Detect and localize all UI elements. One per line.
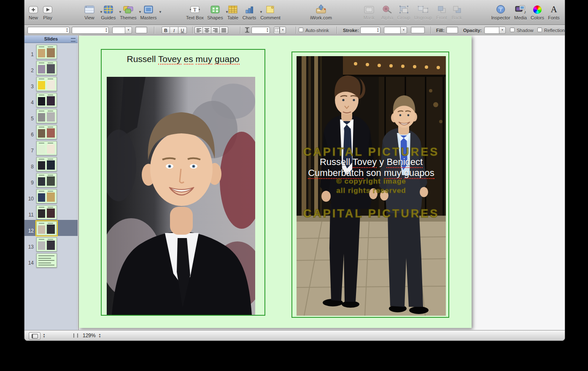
slide-row-1[interactable]: 1 bbox=[24, 43, 78, 60]
slides-sidebar: Slides 1234567891011121314 bbox=[24, 35, 78, 331]
slide-thumbnail-5[interactable] bbox=[36, 109, 57, 123]
stroke-style-dropdown[interactable]: ▼ bbox=[400, 27, 407, 34]
slide-row-2[interactable]: 2 bbox=[24, 60, 78, 76]
align-left-button[interactable] bbox=[194, 27, 203, 34]
font-size-field[interactable] bbox=[112, 27, 125, 34]
russell-tovey-photo[interactable] bbox=[107, 77, 255, 315]
slides-panel-title: Slides bbox=[44, 36, 58, 41]
underline-button[interactable]: U bbox=[178, 27, 187, 34]
navigator-view-button[interactable] bbox=[29, 332, 40, 340]
slide-row-14[interactable]: 14 bbox=[24, 252, 78, 268]
columns-field[interactable] bbox=[274, 27, 280, 34]
toolbar-masters-button[interactable]: ▼Masters bbox=[132, 3, 165, 20]
slide-thumbnail-4[interactable] bbox=[36, 93, 57, 107]
align-right-button[interactable] bbox=[211, 27, 220, 34]
zoom-stepper[interactable]: ▲▼ bbox=[97, 332, 102, 339]
cumberbatch-tovey-photo[interactable]: CAPITAL PICTURES Russell Tovey y Benidec… bbox=[297, 56, 446, 316]
stroke-style-field[interactable] bbox=[384, 27, 401, 34]
photo-caption-text[interactable]: Russell Tovey y Benidect Cumberbatch son… bbox=[297, 157, 446, 179]
bold-button[interactable]: B bbox=[162, 27, 170, 34]
italic-button[interactable]: I bbox=[170, 27, 178, 34]
slide-row-9[interactable]: 9 bbox=[24, 172, 78, 188]
slide-thumbnail-6[interactable] bbox=[36, 125, 57, 139]
slide-number: 9 bbox=[24, 180, 34, 186]
slide-thumbnail-3[interactable] bbox=[36, 77, 57, 91]
slides-panel-header: Slides bbox=[24, 35, 78, 43]
slide-thumbnail-1[interactable] bbox=[36, 45, 57, 59]
thumbnail-size-stepper[interactable]: ▲▼ bbox=[41, 332, 47, 339]
slide-number: 7 bbox=[24, 148, 34, 154]
columns-dropdown[interactable]: ▼ bbox=[280, 27, 286, 34]
dropdown-arrow-icon[interactable]: ▼ bbox=[159, 11, 162, 14]
pane-splitter-grip-icon[interactable] bbox=[73, 333, 78, 338]
text-color-well[interactable] bbox=[135, 27, 147, 33]
status-bar: ▲▼ 129% ▲▼ bbox=[24, 330, 565, 341]
slide-thumbnail-14[interactable] bbox=[36, 253, 57, 268]
slide-row-13[interactable]: 13 bbox=[24, 236, 78, 252]
opacity-field[interactable] bbox=[484, 27, 499, 34]
slide-number: 5 bbox=[24, 116, 34, 122]
slide-row-5[interactable]: 5 bbox=[24, 108, 78, 124]
reflection-label: Reflection bbox=[544, 28, 565, 33]
left-picture-box[interactable]: Russell Tovey es muy guapo bbox=[101, 49, 265, 316]
slide-number: 8 bbox=[24, 164, 34, 170]
stepper-icon[interactable]: ▲▼ bbox=[105, 27, 108, 32]
toolbar-comment-button[interactable]: Comment bbox=[254, 3, 287, 20]
current-slide[interactable]: Russell Tovey es muy guapo bbox=[79, 36, 472, 328]
main-toolbar: NewPlay▼View▼Guides▼Themes▼MastersTText … bbox=[24, 0, 565, 25]
word: Russell bbox=[320, 157, 350, 167]
slide-row-7[interactable]: 7 bbox=[24, 140, 78, 156]
slide-row-12[interactable]: 12 bbox=[24, 220, 78, 236]
font-size-dropdown[interactable]: ▼ bbox=[125, 27, 132, 34]
stroke-color-well[interactable] bbox=[411, 27, 425, 33]
stepper-icon[interactable]: ▲▼ bbox=[66, 27, 68, 32]
send-back-icon bbox=[440, 3, 474, 14]
font-family-combo[interactable]: ▲▼ bbox=[27, 27, 70, 34]
slide-title-text[interactable]: Russell Tovey es muy guapo bbox=[102, 54, 264, 64]
slide-thumbnail-11[interactable] bbox=[36, 205, 57, 219]
auto-shrink-checkbox[interactable] bbox=[299, 27, 303, 32]
slide-row-6[interactable]: 6 bbox=[24, 124, 78, 140]
slide-thumbnail-13[interactable] bbox=[36, 237, 57, 252]
word: Benidect bbox=[386, 157, 423, 168]
zoom-level[interactable]: 129% bbox=[83, 333, 96, 339]
word: guapo bbox=[215, 54, 239, 65]
format-bar: ▲▼ ▲▼ ▼ B I U ▲▼ ▼ Auto-shrink Stroke: ▲… bbox=[24, 25, 565, 36]
vertical-align-combo[interactable]: ▲▼ bbox=[251, 27, 270, 34]
slide-number: 10 bbox=[24, 196, 34, 202]
slide-row-3[interactable]: 3 bbox=[24, 76, 78, 92]
slide-thumbnail-7[interactable] bbox=[36, 141, 57, 155]
align-justify-button[interactable] bbox=[220, 27, 228, 34]
toolbar-play-button[interactable]: Play bbox=[31, 3, 65, 20]
shadow-checkbox[interactable] bbox=[510, 27, 515, 32]
keynote-window: NewPlay▼View▼Guides▼Themes▼MastersTText … bbox=[24, 0, 565, 341]
toolbar-iwork-button[interactable]: iWork.com bbox=[304, 3, 338, 20]
toolbar-play-label: Play bbox=[31, 15, 65, 20]
slide-row-4[interactable]: 4 bbox=[24, 92, 78, 108]
stepper-icon[interactable]: ▲▼ bbox=[377, 27, 379, 32]
slide-canvas: Russell Tovey es muy guapo bbox=[79, 35, 565, 331]
slide-thumbnail-10[interactable] bbox=[36, 189, 57, 203]
opacity-dropdown[interactable]: ▼ bbox=[499, 27, 506, 34]
watermark-capital-pictures-bottom: CAPITAL PICTURES bbox=[297, 207, 446, 220]
fill-color-well[interactable] bbox=[446, 27, 458, 33]
toolbar-iwork-label: iWork.com bbox=[304, 15, 338, 20]
align-center-button[interactable] bbox=[203, 27, 211, 34]
slide-thumbnail-8[interactable] bbox=[36, 157, 57, 171]
toolbar-comment-label: Comment bbox=[254, 15, 287, 20]
vertical-align-icon bbox=[244, 27, 250, 35]
word: muy bbox=[196, 54, 213, 65]
typeface-combo[interactable]: ▲▼ bbox=[72, 27, 109, 34]
slide-row-10[interactable]: 10 bbox=[24, 188, 78, 204]
panel-resize-grip-icon[interactable] bbox=[71, 38, 76, 42]
toolbar-fonts-button[interactable]: AFonts bbox=[537, 3, 565, 20]
slide-thumbnail-9[interactable] bbox=[36, 173, 57, 187]
reflection-checkbox[interactable] bbox=[537, 27, 542, 32]
slide-thumbnail-2[interactable] bbox=[36, 61, 57, 75]
slide-thumbnail-12[interactable] bbox=[36, 221, 57, 236]
slide-row-11[interactable]: 11 bbox=[24, 204, 78, 220]
stepper-icon[interactable]: ▲▼ bbox=[266, 27, 269, 32]
slide-row-8[interactable]: 8 bbox=[24, 156, 78, 172]
stroke-width-combo[interactable]: ▲▼ bbox=[360, 27, 380, 34]
right-picture-box[interactable]: CAPITAL PICTURES Russell Tovey y Benidec… bbox=[291, 51, 449, 318]
